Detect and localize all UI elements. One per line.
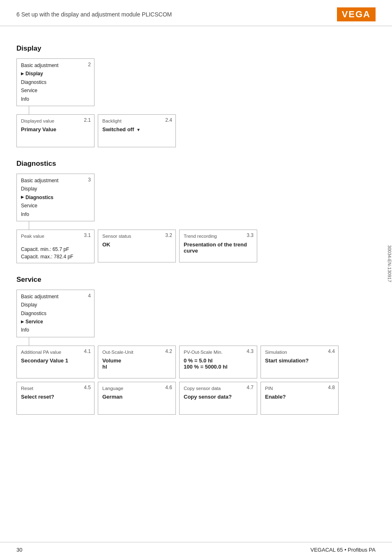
service-card-value-7: Copy sensor data? (184, 394, 253, 400)
diagnostics-capacit-max: Capacit. max.: 782.4 pF (21, 254, 90, 260)
service-card-simulation: Simulation 4.4 Start simulation? (261, 346, 339, 378)
service-card-number-4: 4.4 (328, 348, 335, 354)
service-card-value-3: 0 % = 5.0 hl100 % = 5000.0 hl (184, 357, 253, 370)
display-card-displayed-value: Displayed value 2.1 Primary Value (16, 114, 95, 147)
service-card-label-4: Simulation (265, 350, 287, 355)
service-card-number-6: 4.6 (165, 385, 172, 390)
service-card-language: Language 4.6 German (98, 382, 176, 415)
display-card-label-1: Displayed value (21, 118, 54, 123)
diagnostics-vline-container (16, 221, 376, 230)
service-card-reset: Reset 4.5 Select reset? (16, 382, 95, 415)
diagnostics-card-sensor-status: Sensor status 3.2 OK (98, 230, 176, 262)
diagnostics-menu-box: 3 Basic adjustment Display Diagnostics S… (16, 174, 95, 221)
diagnostics-menu-item-diagnostics[interactable]: Diagnostics (21, 193, 90, 202)
display-card-value-1: Primary Value (21, 126, 90, 132)
service-menu-item-service[interactable]: Service (21, 318, 90, 326)
diagnostics-menu-item-basic[interactable]: Basic adjustment (21, 176, 90, 185)
display-cards-row: Displayed value 2.1 Primary Value Backli… (16, 114, 376, 147)
service-card-value-1: Secondary Value 1 (21, 357, 90, 364)
display-menu-number: 2 (88, 60, 91, 69)
vega-logo: VEGA (337, 7, 376, 21)
service-card-number-3: 4.3 (247, 348, 254, 354)
display-vline (29, 106, 29, 114)
diagnostics-card-value-2: OK (102, 241, 171, 248)
service-card-number-2: 4.2 (165, 348, 172, 354)
diagnostics-section: Diagnostics 3 Basic adjustment Display D… (16, 160, 376, 263)
service-menu-box: 4 Basic adjustment Display Diagnostics S… (16, 290, 95, 337)
diagnostics-card-label-1: Peak value (21, 234, 44, 239)
service-card-pin: PIN 4.8 Enable? (261, 382, 339, 415)
display-card-value-2[interactable]: Switched off ▼ (102, 126, 171, 132)
display-section: Display 2 Basic adjustment Display Diagn… (16, 44, 376, 147)
footer-product: VEGACAL 65 • Profibus PA (311, 547, 376, 553)
service-menu-number: 4 (88, 292, 91, 300)
footer-page-number: 30 (16, 547, 22, 553)
service-card-label-2: Out-Scale-Unit (102, 350, 133, 355)
diagnostics-cards-row: Peak value 3.1 Capacit. min.: 65.7 pF Ca… (16, 230, 376, 263)
diagnostics-card-number-1: 3.1 (84, 232, 91, 238)
diagnostics-capacit-min: Capacit. min.: 65.7 pF (21, 246, 90, 252)
diagnostics-card-label-3: Trend recording (184, 234, 217, 239)
service-vline-container (16, 337, 376, 346)
service-card-number-8: 4.8 (328, 385, 335, 390)
service-card-value-4: Start simulation? (265, 357, 334, 364)
diagnostics-card-number-3: 3.3 (247, 232, 254, 238)
service-card-out-scale-unit: Out-Scale-Unit 4.2 Volumehl (98, 346, 176, 378)
service-card-label-1: Additional PA value (21, 350, 61, 355)
service-card-label-7: Copy sensor data (184, 386, 221, 391)
service-cards-row1: Additional PA value 4.1 Secondary Value … (16, 346, 376, 378)
service-card-number-5: 4.5 (84, 385, 91, 390)
side-label: 30034-EN-130917 (387, 245, 392, 282)
diagnostics-top-row: 3 Basic adjustment Display Diagnostics S… (16, 174, 376, 221)
display-vline-container (16, 106, 376, 114)
diagnostics-card-label-2: Sensor status (102, 234, 131, 239)
service-menu-item-display[interactable]: Display (21, 301, 90, 309)
service-card-additional-pa: Additional PA value 4.1 Secondary Value … (16, 346, 95, 378)
service-card-label-6: Language (102, 386, 123, 391)
diagnostics-card-peak-value: Peak value 3.1 Capacit. min.: 65.7 pF Ca… (16, 230, 95, 263)
service-card-label-3: PV-Out-Scale Min. (184, 350, 223, 355)
service-card-copy-sensor-data: Copy sensor data 4.7 Copy sensor data? (179, 382, 257, 415)
service-card-value-2: Volumehl (102, 357, 171, 370)
service-card-pv-out-scale: PV-Out-Scale Min. 4.3 0 % = 5.0 hl100 % … (179, 346, 257, 378)
header-title: 6 Set up with the display and adjustment… (16, 11, 172, 18)
display-menu-box: 2 Basic adjustment Display Diagnostics S… (16, 58, 95, 106)
dropdown-arrow-backlight: ▼ (136, 128, 141, 132)
display-menu-item-info[interactable]: Info (21, 95, 90, 103)
service-cards-row2: Reset 4.5 Select reset? Language 4.6 Ger… (16, 382, 376, 415)
service-top-row: 4 Basic adjustment Display Diagnostics S… (16, 290, 376, 337)
service-section: Service 4 Basic adjustment Display Diagn… (16, 276, 376, 415)
diagnostics-card-trend-recording: Trend recording 3.3 Presentation of the … (179, 230, 257, 262)
service-card-value-8: Enable? (265, 394, 334, 400)
service-menu-item-diagnostics[interactable]: Diagnostics (21, 309, 90, 318)
diagnostics-heading: Diagnostics (16, 160, 376, 168)
diagnostics-menu-item-info[interactable]: Info (21, 210, 90, 218)
service-card-number-1: 4.1 (84, 348, 91, 354)
display-menu-item-basic[interactable]: Basic adjustment (21, 61, 90, 70)
display-card-backlight: Backlight 2.4 Switched off ▼ (98, 114, 176, 147)
display-menu-item-service[interactable]: Service (21, 86, 90, 95)
display-menu-item-diagnostics[interactable]: Diagnostics (21, 78, 90, 86)
diagnostics-menu-item-service[interactable]: Service (21, 202, 90, 210)
service-vline (29, 337, 29, 346)
service-card-value-6: German (102, 394, 171, 400)
display-card-label-2: Backlight (102, 118, 122, 123)
display-top-row: 2 Basic adjustment Display Diagnostics S… (16, 58, 376, 106)
diagnostics-menu-item-display[interactable]: Display (21, 185, 90, 193)
page-header: 6 Set up with the display and adjustment… (0, 0, 392, 26)
diagnostics-card-number-2: 3.2 (165, 232, 172, 238)
service-card-value-5: Select reset? (21, 394, 90, 400)
page-footer: 30 VEGACAL 65 • Profibus PA (0, 542, 392, 557)
display-heading: Display (16, 44, 376, 53)
service-menu-item-info[interactable]: Info (21, 326, 90, 334)
service-card-number-7: 4.7 (247, 385, 254, 390)
display-card-number-2: 2.4 (165, 117, 172, 123)
diagnostics-card-value-3: Presentation of the trend curve (184, 241, 253, 254)
service-card-label-8: PIN (265, 386, 273, 391)
service-menu-item-basic[interactable]: Basic adjustment (21, 292, 90, 301)
diagnostics-vline (29, 221, 29, 230)
display-card-number-1: 2.1 (84, 117, 91, 123)
diagnostics-menu-number: 3 (88, 176, 91, 184)
display-menu-item-display[interactable]: Display (21, 70, 90, 78)
main-content: Display 2 Basic adjustment Display Diagn… (0, 26, 392, 443)
